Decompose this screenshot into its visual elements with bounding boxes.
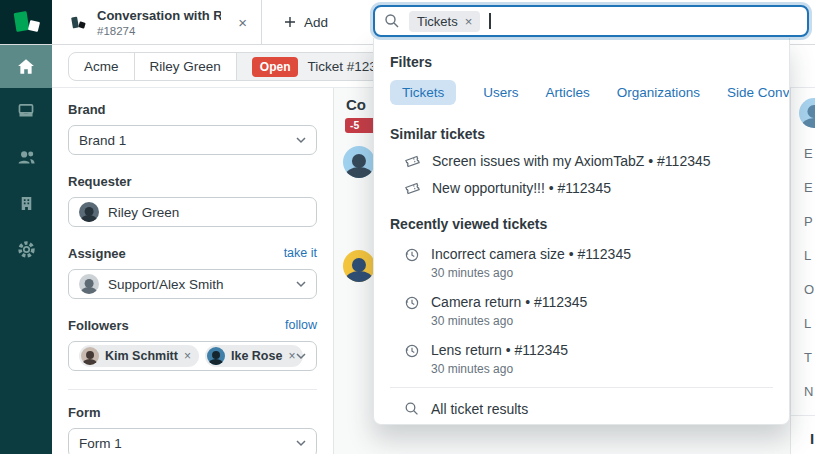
context-section-heading: I — [810, 430, 814, 447]
sidebar-item-views[interactable] — [0, 88, 52, 134]
recent-ticket-time: 30 minutes ago — [431, 362, 568, 376]
avatar — [799, 98, 815, 128]
divider — [791, 415, 815, 416]
requester-field[interactable]: Riley Green — [68, 197, 317, 227]
filter-pills: Tickets Users Articles Organizations Sid… — [390, 80, 773, 105]
brand-value: Brand 1 — [79, 133, 287, 148]
remove-follower-icon[interactable]: × — [184, 349, 191, 363]
filter-pill-users[interactable]: Users — [483, 85, 518, 100]
recent-ticket-time: 30 minutes ago — [431, 266, 631, 280]
search-icon — [404, 401, 420, 417]
avatar — [343, 146, 375, 178]
ticket-icon — [404, 180, 421, 197]
follower-chip-label: Ike Rose — [231, 349, 282, 363]
follow-link[interactable]: follow — [285, 318, 317, 332]
recent-ticket-text: Incorrect camera size • #112345 — [431, 246, 631, 264]
follower-chip[interactable]: Ike Rose × — [205, 345, 303, 367]
global-search-input[interactable]: Tickets × — [373, 5, 809, 37]
search-results-dropdown: Filters Tickets Users Articles Organizat… — [373, 38, 790, 425]
app-logo[interactable] — [0, 0, 52, 44]
remove-follower-icon[interactable]: × — [288, 349, 295, 363]
all-ticket-results-label: All ticket results — [431, 401, 528, 417]
sidebar-item-organizations[interactable] — [0, 180, 52, 226]
form-value: Form 1 — [79, 436, 287, 451]
breadcrumb-person[interactable]: Riley Green — [135, 53, 237, 80]
followers-label: Followers — [68, 318, 129, 333]
add-label: Add — [304, 15, 328, 30]
context-field-label: P — [804, 214, 813, 229]
left-nav-rail — [0, 45, 52, 454]
recent-ticket-item[interactable]: Lens return • #112345 30 minutes ago — [404, 342, 773, 377]
chevron-down-icon — [296, 353, 306, 360]
home-icon — [17, 58, 35, 76]
avatar — [81, 347, 99, 365]
chevron-down-icon — [296, 281, 306, 288]
recent-ticket-item[interactable]: Incorrect camera size • #112345 30 minut… — [404, 246, 773, 281]
context-field-label: E — [804, 146, 813, 161]
filter-pill-side-conversations[interactable]: Side Conversations — [727, 85, 790, 100]
similar-tickets-heading: Similar tickets — [390, 126, 773, 143]
chevron-down-icon — [296, 137, 306, 144]
followers-field[interactable]: Kim Schmitt × Ike Rose × — [68, 341, 317, 371]
add-tab-button[interactable]: Add — [268, 0, 344, 44]
recent-tickets-heading: Recently viewed tickets — [390, 216, 773, 233]
avatar — [79, 274, 99, 294]
take-it-link[interactable]: take it — [284, 246, 317, 260]
tab-text: Conversation with Ri... #18274 — [97, 8, 221, 37]
recent-ticket-text: Camera return • #112345 — [431, 294, 587, 312]
chevron-down-icon — [296, 440, 306, 447]
filter-pill-articles[interactable]: Articles — [546, 85, 590, 100]
context-field-label: T — [804, 350, 812, 365]
chip-remove-icon[interactable]: × — [465, 14, 473, 29]
filter-pill-organizations[interactable]: Organizations — [617, 85, 700, 100]
search-filter-chip[interactable]: Tickets × — [409, 11, 480, 32]
context-field-label: E — [804, 180, 813, 195]
sidebar-item-home[interactable] — [0, 45, 52, 88]
plus-icon — [284, 16, 296, 28]
recent-ticket-time: 30 minutes ago — [431, 314, 587, 328]
history-clock-icon — [404, 343, 420, 359]
context-field-label: O — [804, 282, 814, 297]
sidebar-item-customers[interactable] — [0, 134, 52, 180]
tab-ticket-id: #18274 — [97, 25, 221, 37]
breadcrumb-org[interactable]: Acme — [69, 53, 135, 80]
conversation-title: Co — [346, 96, 366, 113]
recent-ticket-item[interactable]: Camera return • #112345 30 minutes ago — [404, 294, 773, 329]
tab-favicon-icon — [71, 15, 86, 30]
divider — [68, 389, 317, 390]
avatar — [207, 347, 225, 365]
sidebar-item-admin[interactable] — [0, 226, 52, 272]
customers-icon — [17, 148, 36, 167]
filters-heading: Filters — [390, 54, 773, 71]
recent-ticket-text: Lens return • #112345 — [431, 342, 568, 360]
similar-ticket-item[interactable]: Screen issues with my AxiomTabZ • #11234… — [404, 151, 773, 171]
form-select[interactable]: Form 1 — [68, 428, 317, 454]
follower-chip-label: Kim Schmitt — [105, 349, 178, 363]
requester-value: Riley Green — [108, 205, 306, 220]
filter-pill-tickets[interactable]: Tickets — [390, 80, 456, 105]
brand-select[interactable]: Brand 1 — [68, 125, 317, 155]
form-label: Form — [68, 404, 317, 420]
similar-ticket-item[interactable]: New opportunity!!! • #112345 — [404, 178, 773, 198]
search-chip-label: Tickets — [417, 14, 458, 29]
tab-title: Conversation with Ri... — [97, 8, 221, 23]
ticket-tab[interactable]: Conversation with Ri... #18274 × — [52, 0, 262, 44]
follower-chips: Kim Schmitt × Ike Rose × — [79, 345, 287, 367]
assignee-value: Support/Alex Smith — [108, 277, 287, 292]
similar-ticket-text: Screen issues with my AxiomTabZ • #11234… — [432, 153, 711, 169]
brand-label: Brand — [68, 101, 317, 117]
follower-chip[interactable]: Kim Schmitt × — [79, 345, 199, 367]
gear-icon — [17, 240, 36, 259]
logo-shape-white — [28, 20, 40, 32]
avatar — [343, 250, 375, 282]
ticket-fields-panel: Brand Brand 1 Requester Riley Green Assi… — [52, 88, 333, 454]
similar-ticket-text: New opportunity!!! • #112345 — [432, 180, 611, 196]
context-panel: E E P L O L T N I — [790, 88, 815, 454]
context-field-label: L — [804, 248, 811, 263]
all-ticket-results-link[interactable]: All ticket results — [404, 388, 773, 417]
requester-label: Requester — [68, 173, 317, 189]
views-icon — [17, 102, 35, 120]
assignee-select[interactable]: Support/Alex Smith — [68, 269, 317, 299]
organization-icon — [18, 195, 35, 212]
tab-close-icon[interactable]: × — [232, 12, 253, 33]
